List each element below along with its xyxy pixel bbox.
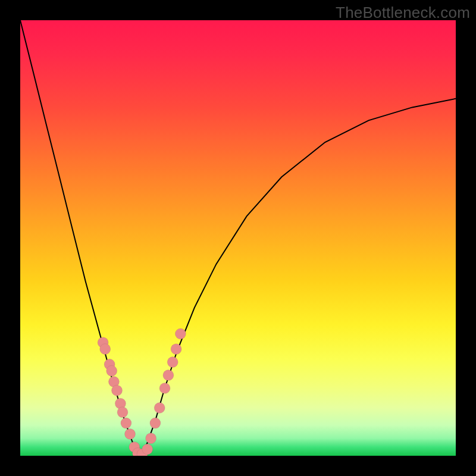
sample-dot — [117, 407, 128, 418]
sample-dot — [112, 385, 123, 396]
chart-frame: TheBottleneck.com — [0, 0, 476, 476]
sample-dot — [142, 444, 153, 455]
plot-area — [20, 20, 456, 456]
sample-dot — [125, 428, 136, 439]
sample-dot — [150, 418, 161, 428]
sample-dots — [98, 328, 186, 456]
sample-dot — [159, 383, 170, 394]
watermark-text: TheBottleneck.com — [336, 4, 470, 22]
sample-dot — [175, 328, 186, 339]
sample-dot — [171, 344, 181, 355]
bottleneck-curve — [20, 20, 456, 456]
sample-dot — [163, 370, 174, 381]
sample-dot — [167, 357, 178, 368]
sample-dot — [146, 433, 156, 444]
sample-dot — [100, 344, 111, 355]
sample-dot — [107, 365, 117, 376]
sample-dot — [154, 403, 165, 414]
sample-dot — [121, 418, 131, 428]
chart-svg — [20, 20, 456, 456]
